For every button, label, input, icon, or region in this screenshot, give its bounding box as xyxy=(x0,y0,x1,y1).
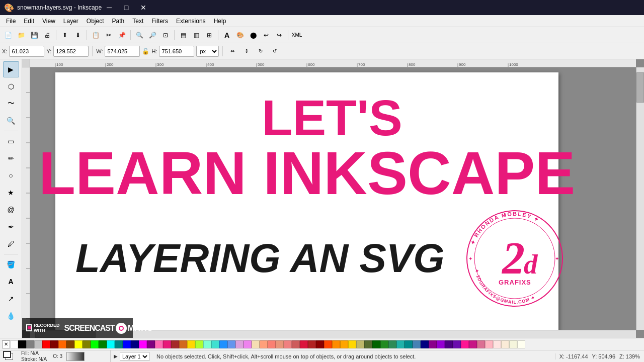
color-swatch-15[interactable] xyxy=(131,340,139,348)
color-swatch-43[interactable] xyxy=(356,340,364,348)
color-swatch-49[interactable] xyxy=(405,340,413,348)
color-swatch-42[interactable] xyxy=(348,340,356,348)
copy-button[interactable]: 📋 xyxy=(90,29,102,41)
zoom-tool[interactable]: 🔍 xyxy=(3,113,19,129)
minimize-button[interactable]: ─ xyxy=(102,2,117,13)
color-swatch-12[interactable] xyxy=(107,340,115,348)
close-button[interactable]: ✕ xyxy=(136,2,151,13)
color-swatch-57[interactable] xyxy=(469,340,477,348)
menu-file[interactable]: File xyxy=(2,17,20,26)
color-swatch-53[interactable] xyxy=(437,340,445,348)
menu-help[interactable]: Help xyxy=(210,17,230,26)
menu-path[interactable]: Path xyxy=(108,17,129,26)
color-swatch-51[interactable] xyxy=(421,340,429,348)
color-swatch-9[interactable] xyxy=(83,340,91,348)
canvas-area[interactable]: 100 200 300 400 500 600 700 800 900 1000 xyxy=(22,59,644,338)
color-swatch-58[interactable] xyxy=(477,340,485,348)
h-input[interactable] xyxy=(159,46,194,57)
align-button[interactable]: ▤ xyxy=(177,29,189,41)
text-tool-btn[interactable]: A xyxy=(221,29,233,41)
pencil-tool[interactable]: ✏ xyxy=(3,150,19,166)
new-button[interactable]: 📄 xyxy=(2,29,14,41)
color-swatch-1[interactable] xyxy=(18,340,26,348)
color-swatch-21[interactable] xyxy=(179,340,187,348)
color-swatch-34[interactable] xyxy=(284,340,292,348)
color-swatch-2[interactable] xyxy=(26,340,34,348)
color-swatch-3[interactable] xyxy=(34,340,42,348)
x-input[interactable] xyxy=(9,46,44,57)
unit-select[interactable]: px mm cm in xyxy=(196,46,219,57)
color-swatch-56[interactable] xyxy=(461,340,469,348)
color-swatch-37[interactable] xyxy=(308,340,316,348)
rect-tool[interactable]: ▭ xyxy=(3,133,19,149)
color-swatch-62[interactable] xyxy=(509,340,517,348)
color-swatch-29[interactable] xyxy=(244,340,252,348)
layer-dropdown[interactable]: Layer 1 xyxy=(120,352,149,361)
color-swatch-48[interactable] xyxy=(396,340,405,348)
color-swatch-4[interactable] xyxy=(42,340,50,348)
select-tool[interactable]: ▶ xyxy=(3,61,19,77)
color-swatch-60[interactable] xyxy=(493,340,501,348)
menu-edit[interactable]: Edit xyxy=(20,17,38,26)
save-button[interactable]: 💾 xyxy=(28,29,40,41)
color-swatch-32[interactable] xyxy=(268,340,276,348)
color-swatch-44[interactable] xyxy=(364,340,372,348)
color-swatch-5[interactable] xyxy=(50,340,58,348)
menu-view[interactable]: View xyxy=(38,17,59,26)
color-swatch-31[interactable] xyxy=(260,340,268,348)
calligraphy-tool[interactable]: 🖊 xyxy=(3,236,19,252)
color-swatch-26[interactable] xyxy=(219,340,227,348)
color-swatch-16[interactable] xyxy=(139,340,147,348)
menu-extensions[interactable]: Extensions xyxy=(172,17,210,26)
color-swatch-54[interactable] xyxy=(445,340,453,348)
lock-icon[interactable]: 🔓 xyxy=(142,48,149,55)
color-swatch-25[interactable] xyxy=(211,340,219,348)
color-swatch-19[interactable] xyxy=(163,340,171,348)
stroke-indicator[interactable] xyxy=(3,351,11,358)
flip-v-button[interactable]: ⇕ xyxy=(240,45,253,57)
spiral-tool[interactable]: @ xyxy=(3,202,19,218)
color-swatch-17[interactable] xyxy=(147,340,155,348)
rotate-ccw-button[interactable]: ↺ xyxy=(269,45,281,57)
color-swatch-30[interactable] xyxy=(252,340,260,348)
fill-btn[interactable]: 🎨 xyxy=(234,29,246,41)
dropper-tool[interactable]: 💧 xyxy=(3,308,19,324)
color-swatch-38[interactable] xyxy=(316,340,324,348)
color-swatch-47[interactable] xyxy=(388,340,396,348)
paste-button[interactable]: 📌 xyxy=(116,29,128,41)
star-tool[interactable]: ★ xyxy=(3,185,19,201)
no-color-swatch[interactable]: ✕ xyxy=(2,340,10,348)
color-swatch-33[interactable] xyxy=(276,340,284,348)
color-swatch-46[interactable] xyxy=(380,340,388,348)
color-swatch-13[interactable] xyxy=(115,340,123,348)
distribute-button[interactable]: ▥ xyxy=(190,29,202,41)
color-swatch-11[interactable] xyxy=(99,340,107,348)
color-swatch-41[interactable] xyxy=(340,340,348,348)
export-button[interactable]: ⬇ xyxy=(72,29,84,41)
flip-h-button[interactable]: ⇔ xyxy=(226,45,238,57)
redo-btn[interactable]: ↪ xyxy=(273,29,285,41)
color-swatch-39[interactable] xyxy=(324,340,332,348)
canvas-inner[interactable]: LET'S LEARN INKSCAPE LAYERING AN SVG xyxy=(30,67,636,330)
transform-button[interactable]: ⊞ xyxy=(203,29,215,41)
color-swatch-0[interactable] xyxy=(10,340,18,348)
y-input[interactable] xyxy=(53,46,89,57)
color-swatch-55[interactable] xyxy=(453,340,461,348)
color-swatch-10[interactable] xyxy=(91,340,99,348)
color-swatch-7[interactable] xyxy=(66,340,74,348)
color-swatch-52[interactable] xyxy=(429,340,437,348)
node-tool[interactable]: ⬡ xyxy=(3,78,19,95)
nodes-btn[interactable]: ⬤ xyxy=(247,29,259,41)
pen-tool[interactable]: ✒ xyxy=(3,219,19,235)
zoom-in-button[interactable]: 🔍 xyxy=(133,29,145,41)
color-swatch-28[interactable] xyxy=(235,340,244,348)
color-swatch-20[interactable] xyxy=(171,340,179,348)
color-swatch-24[interactable] xyxy=(203,340,211,348)
color-swatch-45[interactable] xyxy=(372,340,380,348)
menu-filters[interactable]: Filters xyxy=(147,17,172,26)
color-swatch-40[interactable] xyxy=(332,340,340,348)
color-swatch-23[interactable] xyxy=(195,340,203,348)
xml-btn[interactable]: XML xyxy=(291,29,303,41)
menu-layer[interactable]: Layer xyxy=(59,17,83,26)
circle-tool[interactable]: ○ xyxy=(3,167,19,184)
